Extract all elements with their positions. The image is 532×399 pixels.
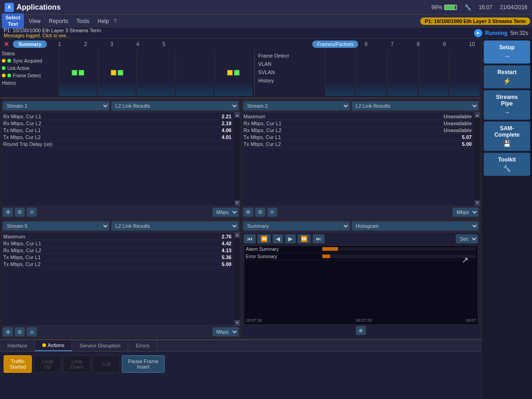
quad3-expand-btn[interactable]: ⊕ (3, 327, 13, 336)
quad1-copy2-btn[interactable]: ⧈ (27, 208, 37, 217)
frames-packets-pill[interactable]: Frames/Packets (312, 40, 358, 48)
app-icon: A (5, 3, 14, 12)
table-row: Tx Mbps, Cur L2 5.00 (3, 261, 232, 268)
quad1-unit-select[interactable]: Mbps (212, 208, 239, 217)
quad1-copy-btn[interactable]: ⧉ (15, 208, 25, 217)
quad4-histogram-select[interactable]: Histogram (352, 221, 479, 231)
menu-help[interactable]: Help (94, 17, 113, 26)
streams-pipe-button[interactable]: Streams Pipe → (484, 90, 530, 120)
stream-10-lines (450, 82, 480, 96)
streams-pipe-label: Streams Pipe (496, 94, 518, 107)
quad2-stream-select[interactable]: Stream 2 (243, 101, 350, 110)
restart-button[interactable]: Restart ⚡ (484, 65, 530, 88)
stream-5-lines (215, 82, 252, 96)
scroll-up-arrow[interactable]: ▲ (235, 112, 240, 118)
quad4-summary-select[interactable]: Summary (243, 221, 350, 231)
tab-service-disruption[interactable]: Service Disruption (72, 340, 128, 351)
menu-view[interactable]: View (25, 17, 44, 26)
sync-text: Sync Acquired (13, 58, 42, 64)
stream-col-4 (176, 50, 214, 96)
histo-rewind-btn[interactable]: ⏪ (257, 234, 271, 243)
quad3-copy-btn[interactable]: ⧉ (15, 327, 25, 336)
battery-pct: 98% (431, 4, 442, 11)
quad2-copy-btn[interactable]: ⧉ (255, 208, 265, 217)
status-text: Status (2, 51, 15, 56)
histo-expand-btn[interactable]: ⊕ (356, 326, 366, 335)
close-button[interactable]: ✕ (2, 40, 11, 48)
table-row: Round Trip Delay (us) (3, 141, 232, 148)
action-buttons: Traffic Started Loop Up Loop Down LLB Pa… (0, 352, 481, 376)
tab-bar: Interface Actions Service Disruption Err… (0, 340, 481, 352)
menu-tools[interactable]: Tools (73, 17, 93, 26)
quad3-rows: Maximum 2.76 Rx Mbps, Cur L1 4.42 Rx Mbp… (1, 232, 234, 269)
select-test-button[interactable]: Select Test (2, 13, 24, 28)
stream-5-indicators (227, 70, 240, 75)
quad3-result-select[interactable]: L2 Link Results (111, 221, 238, 231)
histo-last-btn[interactable]: ⏭ (313, 234, 325, 243)
breadcrumb-pill[interactable]: P1: 10/100/1000 Eth Layer 3 Streams Term (420, 17, 530, 25)
histo-controls: ⏮ ⏪ ◀ ▶ ⏩ ⏭ Sec (244, 234, 479, 243)
scroll-track (235, 118, 240, 200)
histo-first-btn[interactable]: ⏮ (244, 234, 256, 243)
traffic-started-button[interactable]: Traffic Started (4, 355, 32, 373)
quad2-result-select[interactable]: L2 Link Results (352, 101, 479, 110)
stream-col-10 (449, 50, 480, 96)
quad1-expand-btn[interactable]: ⊕ (3, 208, 13, 217)
messages-text[interactable]: Messages logged. Click to see... (4, 33, 101, 38)
stream-num-1: 1 (58, 41, 61, 47)
histo-fwd-btn[interactable]: ⏩ (297, 234, 311, 243)
pause-frame-insert-button[interactable]: Pause Frame Insert (122, 355, 164, 373)
status-item-status: Status (2, 50, 57, 57)
streams-pipe-icon: → (504, 109, 510, 116)
status-labels: Status Sync Acquired Link Active (2, 50, 57, 96)
restart-label: Restart (498, 69, 516, 75)
quad1-rows: Rx Mbps, Cur L1 2.21 Rx Mbps, Cur L2 2.1… (1, 112, 234, 149)
table-row: Rx Mbps, Cur L1 4.42 (3, 240, 232, 247)
quad2-copy2-btn[interactable]: ⧈ (267, 208, 277, 217)
main-layout: ✕ Summary 1 2 3 4 5 Frames/Packets 6 7 8… (0, 39, 532, 399)
play-icon[interactable]: ▶ (474, 29, 482, 37)
summary-pill[interactable]: Summary (13, 40, 47, 48)
error-bar (322, 254, 330, 258)
histo-footer: ⊕ (244, 325, 479, 336)
tab-interface[interactable]: Interface (0, 340, 35, 351)
stream-col-5 (214, 50, 252, 96)
scroll-down-arrow[interactable]: ▼ (235, 200, 240, 206)
quad1-stream-select[interactable]: Stream 1 (3, 101, 109, 110)
quad1-result-select[interactable]: L2 Link Results (111, 101, 238, 110)
histo-back-btn[interactable]: ◀ (273, 234, 283, 243)
quad2-scrollbar: ▲ ▼ (475, 112, 480, 206)
quad2-unit-select[interactable]: Mbps (452, 208, 479, 217)
stream-5-ind-2 (234, 70, 240, 75)
quad2-footer: ⊕ ⧉ ⧈ Mbps (242, 206, 481, 218)
setup-button[interactable]: Setup → (484, 40, 530, 64)
scroll-up-arrow[interactable]: ▲ (235, 232, 240, 238)
stream-vis-right (325, 50, 480, 96)
quad3-stream-select[interactable]: Stream 5 (3, 221, 109, 231)
tab-actions[interactable]: Actions (35, 340, 72, 351)
histo-time-unit[interactable]: Sec (456, 234, 478, 243)
histo-timeline: 16:07:10 16:07:20 16:07 (244, 317, 478, 324)
sam-complete-label: SAM- Complete (494, 125, 520, 138)
scroll-down-arrow[interactable]: ▼ (235, 320, 240, 325)
stream-1-ind-1 (72, 70, 77, 75)
battery-fill (445, 6, 455, 9)
scroll-up-arrow[interactable]: ▲ (475, 112, 480, 118)
quad3-unit-select[interactable]: Mbps (212, 327, 239, 336)
menu-reports[interactable]: Reports (45, 17, 72, 26)
stream-6-lines (326, 82, 355, 96)
status-item-link: Link Active (2, 64, 57, 72)
stream-8-lines (388, 82, 418, 96)
sam-complete-button[interactable]: SAM- Complete 💾 (484, 121, 530, 151)
tab-interface-label: Interface (7, 343, 27, 348)
stream-num-4: 4 (136, 41, 139, 47)
scroll-down-arrow[interactable]: ▼ (475, 200, 480, 206)
tab-errors[interactable]: Errors (128, 340, 157, 351)
stream-num-6: 6 (365, 41, 368, 47)
histo-play-btn[interactable]: ▶ (285, 234, 296, 243)
quad3-copy2-btn[interactable]: ⧈ (27, 327, 37, 336)
quad2-expand-btn[interactable]: ⊕ (243, 208, 253, 217)
toolkit-button[interactable]: Toolkit 🔧 (484, 153, 530, 176)
loop-up-button: Loop Up (34, 355, 61, 373)
alarm-summary-row: Alarm Summary (244, 246, 478, 253)
